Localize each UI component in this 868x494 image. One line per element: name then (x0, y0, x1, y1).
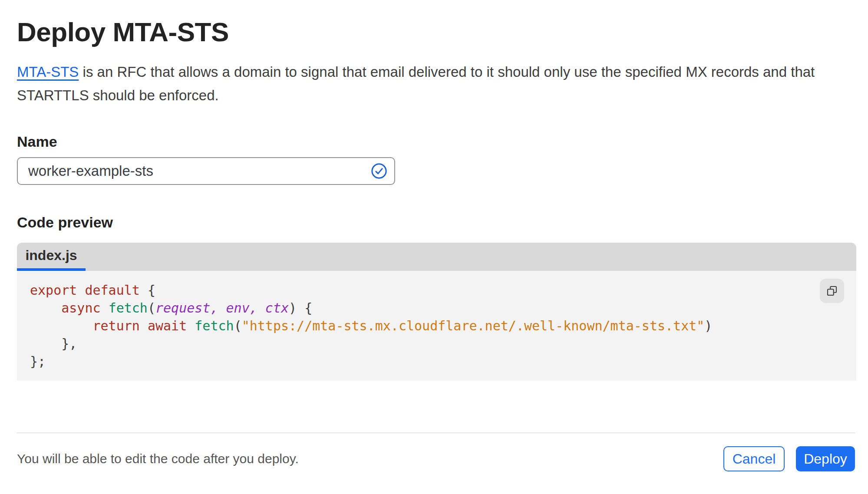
name-input[interactable] (17, 157, 395, 185)
deploy-mta-sts-page: Deploy MTA-STS MTA-STS is an RFC that al… (0, 16, 868, 494)
footer-divider (17, 432, 855, 433)
mta-sts-link[interactable]: MTA-STS (17, 64, 79, 80)
code-line: }; (30, 352, 856, 370)
code-preview-card: index.js export default { async fetch(re… (17, 243, 856, 381)
code-line: async fetch(request, env, ctx) { (30, 299, 856, 317)
code-line: export default { (30, 281, 856, 299)
code-lines: export default { async fetch(request, en… (30, 281, 856, 370)
footer-note: You will be able to edit the code after … (17, 451, 299, 466)
copy-icon (825, 284, 838, 297)
tab-index-js[interactable]: index.js (17, 243, 86, 271)
cancel-button[interactable]: Cancel (723, 446, 785, 471)
name-input-wrap (17, 157, 395, 185)
name-field-label: Name (17, 133, 855, 150)
page-description-text: is an RFC that allows a domain to signal… (17, 64, 815, 103)
footer: You will be able to edit the code after … (17, 446, 855, 471)
page-description: MTA-STS is an RFC that allows a domain t… (17, 60, 835, 107)
page-title: Deploy MTA-STS (17, 16, 855, 47)
code-line: }, (30, 335, 856, 352)
code-tab-bar: index.js (17, 243, 856, 271)
code-line: return await fetch("https://mta-sts.mx.c… (30, 317, 856, 335)
check-circle-icon (371, 163, 387, 179)
copy-code-button[interactable] (820, 279, 844, 303)
deploy-button[interactable]: Deploy (796, 446, 855, 471)
footer-actions: Cancel Deploy (723, 446, 855, 471)
code-preview-label: Code preview (17, 214, 855, 231)
code-editor: export default { async fetch(request, en… (17, 271, 856, 381)
